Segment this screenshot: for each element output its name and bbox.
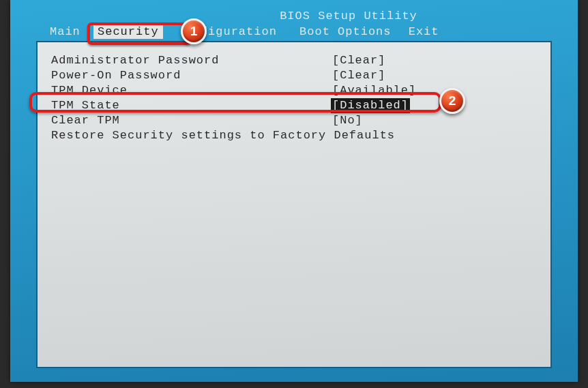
row-poweron-password[interactable]: Power-On Password [Clear] [38, 68, 550, 83]
tpm-state-label: TPM State [51, 98, 120, 113]
admin-password-value: [Clear] [331, 53, 387, 68]
menu-bar: Main Security figuration Boot Options Ex… [46, 25, 550, 40]
poweron-password-label: Power-On Password [51, 68, 181, 83]
menu-boot-options[interactable]: Boot Options [295, 25, 395, 39]
menu-system-configuration-partial[interactable]: figuration [196, 25, 281, 39]
row-tpm-state[interactable]: TPM State [Disabled] [38, 98, 550, 113]
tpm-state-value: [Disabled] [331, 98, 410, 113]
menu-exit[interactable]: Exit [405, 25, 443, 39]
tpm-device-value: [Available] [331, 83, 417, 98]
restore-defaults-label: Restore Security settings to Factory Def… [51, 128, 395, 143]
content-pane: Administrator Password [Clear] Power-On … [36, 41, 552, 368]
clear-tpm-value: [No] [331, 113, 364, 128]
bios-title: BIOS Setup Utility [10, 10, 578, 23]
tpm-device-label: TPM Device [51, 83, 128, 98]
menu-main[interactable]: Main [46, 25, 85, 39]
row-tpm-device[interactable]: TPM Device [Available] [38, 83, 550, 98]
poweron-password-value: [Clear] [331, 68, 387, 83]
bios-screen: BIOS Setup Utility Main Security figurat… [10, 0, 578, 382]
clear-tpm-label: Clear TPM [51, 113, 120, 128]
row-clear-tpm[interactable]: Clear TPM [No] [38, 113, 550, 128]
admin-password-label: Administrator Password [51, 53, 219, 68]
row-admin-password[interactable]: Administrator Password [Clear] [38, 53, 550, 68]
row-restore-defaults[interactable]: Restore Security settings to Factory Def… [38, 128, 550, 143]
menu-security[interactable]: Security [93, 25, 163, 39]
